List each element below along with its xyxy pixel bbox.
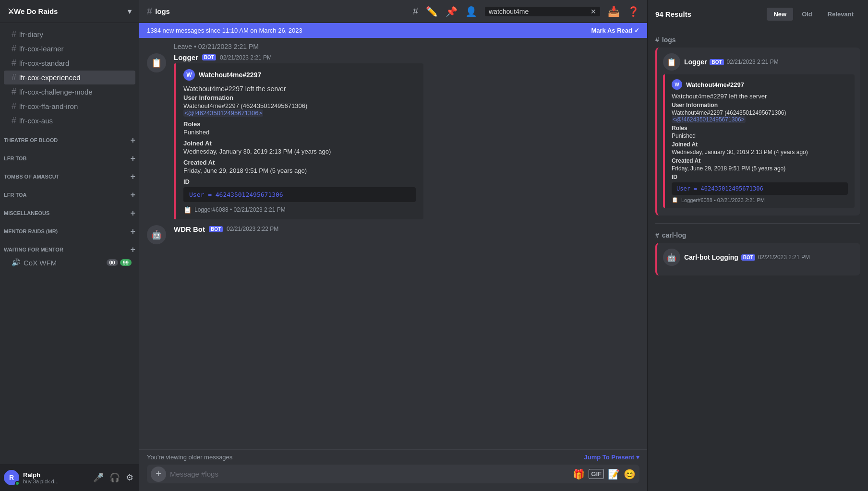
channel-header-icons: # ✏️ 📌 👤 ✕ 📥 ❓ [413, 6, 639, 17]
channel-header: # logs # ✏️ 📌 👤 ✕ 📥 ❓ [139, 0, 647, 23]
voice-badge-count2: 99 [120, 259, 132, 266]
inbox-icon[interactable]: 📥 [608, 6, 620, 17]
category-label: LFR TOB [4, 156, 26, 161]
search-result-channel-2: # carl-log [655, 231, 860, 239]
search-result-item: # logs 📋 Logger BOT 02/21/2023 2:21 PM [648, 32, 868, 219]
add-channel-button[interactable]: + [130, 191, 135, 199]
sidebar: ⚔ We Do Raids ▾ # lfr-diary # lfr-cox-le… [0, 0, 139, 491]
voice-icon: 🔊 [12, 258, 21, 267]
category-tombs-of-amascut[interactable]: TOMBS OF AMASCUT + [0, 165, 139, 183]
apps-icon[interactable]: 📝 [608, 468, 620, 480]
channel-label: lfr-cox-challenge-mode [19, 88, 93, 96]
sr-embed-field-value: Punished [672, 132, 848, 139]
add-channel-button[interactable]: + [130, 136, 135, 144]
footer-icon: 📋 [183, 206, 192, 214]
message-header: Logger BOT 02/21/2023 2:21 PM [174, 53, 639, 61]
hash-icon: # [12, 101, 16, 111]
search-result-message: 📋 Logger BOT 02/21/2023 2:21 PM W Watcho… [655, 48, 860, 216]
edit-icon[interactable]: ✏️ [426, 6, 438, 17]
search-result-author: Logger [684, 58, 707, 66]
mute-button[interactable]: 🎤 [91, 470, 106, 485]
search-result-author-2: Carl-bot Logging [684, 253, 738, 261]
add-channel-button[interactable]: + [130, 245, 135, 254]
hashtag-icon[interactable]: # [413, 6, 418, 17]
search-clear-button[interactable]: ✕ [591, 8, 596, 15]
sr-embed-field-value: Wednesday, January 30, 2019 2:13 PM (4 y… [672, 149, 848, 156]
add-channel-button[interactable]: + [130, 227, 135, 236]
jump-to-present-button[interactable]: Jump To Present ▾ [584, 454, 639, 461]
hash-icon: # [12, 87, 16, 97]
category-lfr-tob[interactable]: LFR TOB + [0, 146, 139, 165]
search-results-panel: 94 Results New Old Relevant # logs 📋 Log… [647, 0, 868, 491]
add-channel-button[interactable]: + [130, 209, 135, 217]
help-icon[interactable]: ❓ [627, 6, 639, 17]
category-label: MENTOR RAIDS (MR) [4, 228, 58, 234]
sort-relevant-button[interactable]: Relevant [821, 8, 860, 21]
channel-item-lfr-cox-aus[interactable]: # lfr-cox-aus [4, 114, 135, 128]
mention: <@!462435012495671306> [672, 116, 746, 123]
category-lfr-toa[interactable]: LFR TOA + [0, 183, 139, 201]
gif-button[interactable]: GIF [589, 469, 604, 479]
add-attachment-button[interactable]: + [151, 467, 166, 482]
embed-field-roles: Roles Punished [183, 120, 416, 136]
sr-embed-footer: 📋 Logger#6088 • 02/21/2023 2:21 PM [672, 197, 848, 203]
settings-button[interactable]: ⚙ [124, 470, 135, 485]
embed-field-value: Friday, June 29, 2018 9:51 PM (5 years a… [183, 167, 416, 174]
search-input[interactable] [489, 8, 588, 15]
members-icon[interactable]: 👤 [465, 6, 477, 17]
embed-username: Watchout4me#2297 [199, 71, 261, 79]
hash-icon: # [655, 231, 659, 239]
embed-field-joined: Joined At Wednesday, January 30, 2019 2:… [183, 140, 416, 155]
sr-embed-username: Watchout4me#2297 [686, 81, 744, 88]
sr-embed-field-name: ID [672, 174, 848, 180]
status-indicator [15, 481, 20, 486]
emoji-icon[interactable]: 😊 [624, 468, 636, 480]
user-info: Ralph buy 3a pick d... [23, 471, 87, 484]
channel-item-lfr-cox-standard[interactable]: # lfr-cox-standard [4, 56, 135, 70]
pin-icon[interactable]: 📌 [446, 6, 458, 17]
server-name: We Do Raids [14, 7, 58, 15]
add-channel-button[interactable]: + [130, 172, 135, 181]
embed-field-id: ID User = 462435012495671306 [183, 178, 416, 202]
voice-channel-cox-wfm[interactable]: 🔊 CoX WFM 00 99 [4, 256, 135, 269]
channel-item-lfr-cox-ffa-and-iron[interactable]: # lfr-cox-ffa-and-iron [4, 99, 135, 113]
main-content: # logs # ✏️ 📌 👤 ✕ 📥 ❓ 1384 new messages … [139, 0, 647, 491]
message-group-wdr: 🤖 WDR Bot BOT 02/21/2023 2:22 PM [139, 223, 647, 246]
sr-embed-field-name: Roles [672, 125, 848, 132]
message-author: WDR Bot [174, 225, 205, 233]
channel-label: lfr-diary [19, 30, 43, 38]
message-content: Logger BOT 02/21/2023 2:21 PM W Watchout… [174, 53, 639, 221]
deafen-button[interactable]: 🎧 [108, 470, 122, 485]
gift-icon[interactable]: 🎁 [573, 468, 585, 480]
channel-item-lfr-cox-experienced[interactable]: # lfr-cox-experienced [4, 71, 135, 84]
sort-old-button[interactable]: Old [795, 8, 819, 21]
embed-field-value: Wednesday, January 30, 2019 2:13 PM (4 y… [183, 148, 416, 155]
channel-label: lfr-cox-aus [19, 117, 53, 125]
add-channel-button[interactable]: + [130, 154, 135, 163]
sort-new-button[interactable]: New [767, 8, 793, 21]
message-input[interactable] [170, 465, 569, 483]
channel-label: lfr-cox-learner [19, 45, 64, 53]
embed-field-name: User Information [183, 94, 416, 101]
mark-as-read-button[interactable]: Mark As Read ✓ [591, 27, 640, 34]
category-miscellaneous[interactable]: MISCELLANEOUS + [0, 201, 139, 219]
search-result-item-2: # carl-log 🤖 Carl-bot Logging BOT 02/21/… [648, 228, 868, 279]
hash-icon: # [12, 44, 16, 54]
divider [655, 223, 860, 224]
channel-item-lfr-cox-learner[interactable]: # lfr-cox-learner [4, 42, 135, 56]
channel-item-lfr-cox-challenge-mode[interactable]: # lfr-cox-challenge-mode [4, 85, 135, 99]
search-result-author-info-2: Carl-bot Logging BOT 02/21/2023 2:21 PM [684, 253, 810, 261]
hash-icon: # [655, 36, 659, 44]
category-theatre-of-blood[interactable]: THEATRE OF BLOOD + [0, 128, 139, 146]
footer-text: Logger#6088 • 02/21/2023 2:21 PM [194, 206, 286, 213]
search-bar[interactable]: ✕ [485, 7, 600, 16]
channel-item-lfr-diary[interactable]: # lfr-diary [4, 27, 135, 41]
category-mentor-raids[interactable]: MENTOR RAIDS (MR) + [0, 219, 139, 238]
server-header[interactable]: ⚔ We Do Raids ▾ [0, 0, 139, 23]
category-waiting-for-mentor[interactable]: WAITING FOR MENTOR + [0, 238, 139, 256]
embed-footer: 📋 Logger#6088 • 02/21/2023 2:21 PM [183, 206, 416, 214]
id-block: User = 462435012495671306 [183, 187, 416, 202]
search-result-msg-header-2: 🤖 Carl-bot Logging BOT 02/21/2023 2:21 P… [663, 249, 855, 266]
search-result-timestamp-2: 02/21/2023 2:21 PM [758, 254, 810, 261]
search-results-header: 94 Results New Old Relevant [648, 0, 868, 28]
